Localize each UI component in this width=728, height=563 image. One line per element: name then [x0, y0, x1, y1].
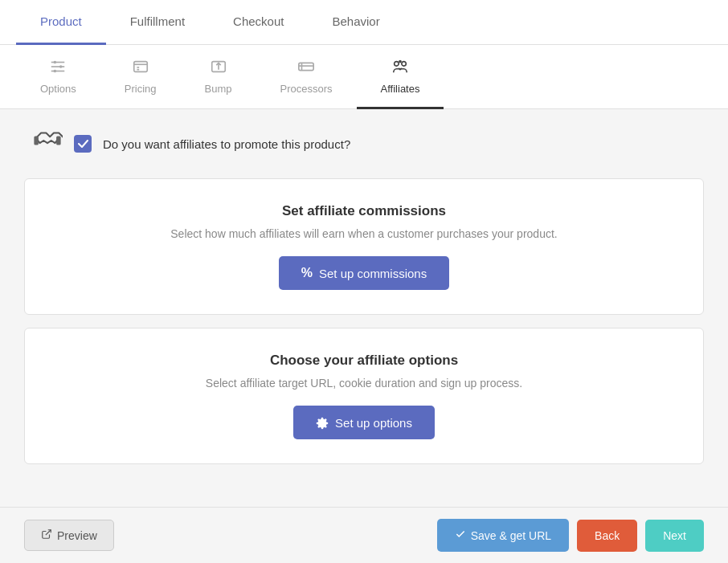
options-icon [49, 58, 67, 78]
sub-nav-pricing[interactable]: Pricing [100, 45, 181, 109]
svg-rect-19 [56, 136, 61, 145]
top-nav-behavior[interactable]: Behavior [308, 0, 403, 45]
back-button[interactable]: Back [577, 520, 637, 552]
svg-point-3 [54, 60, 57, 63]
top-nav-fulfillment[interactable]: Fulfillment [106, 0, 209, 45]
affiliate-options-card-title: Choose your affiliate options [41, 353, 687, 369]
next-label: Next [663, 529, 686, 542]
commissions-card-title: Set affiliate commissions [41, 203, 687, 219]
top-nav-product[interactable]: Product [16, 0, 106, 45]
next-button[interactable]: Next [645, 520, 704, 552]
top-nav-fulfillment-label: Fulfillment [130, 14, 185, 28]
back-label: Back [595, 529, 620, 542]
affiliate-options-card: Choose your affiliate options Select aff… [24, 328, 704, 464]
bump-icon [210, 58, 227, 78]
svg-point-5 [54, 69, 57, 72]
commissions-card-desc: Select how much affiliates will earn whe… [41, 227, 687, 240]
svg-point-15 [402, 61, 407, 66]
svg-rect-6 [133, 61, 147, 71]
top-nav: Product Fulfillment Checkout Behavior [0, 0, 728, 45]
set-up-options-button[interactable]: Set up options [293, 406, 435, 439]
check-icon [455, 528, 466, 542]
affiliates-enable-label: Do you want affiliates to promote this p… [103, 137, 350, 151]
set-up-commissions-button[interactable]: % Set up commissions [279, 256, 449, 290]
top-nav-checkout-label: Checkout [233, 14, 284, 28]
gear-icon [316, 415, 329, 430]
sub-nav-options-label: Options [40, 83, 76, 95]
sub-nav: Options Pricing Bump [0, 45, 728, 109]
sub-nav-processors-label: Processors [280, 83, 333, 95]
commissions-card: Set affiliate commissions Select how muc… [24, 178, 704, 315]
sub-nav-options[interactable]: Options [16, 45, 100, 109]
preview-button[interactable]: Preview [24, 520, 114, 551]
sub-nav-pricing-label: Pricing [125, 83, 157, 95]
processors-icon [297, 58, 315, 78]
pricing-icon [132, 58, 149, 78]
svg-point-17 [399, 59, 402, 63]
options-button-label: Set up options [335, 416, 412, 430]
sub-nav-bump[interactable]: Bump [181, 45, 256, 109]
external-link-icon [41, 528, 52, 542]
svg-rect-18 [34, 136, 39, 145]
percent-icon: % [301, 266, 313, 280]
affiliates-icon [391, 58, 409, 78]
sub-nav-processors[interactable]: Processors [256, 45, 357, 109]
sub-nav-affiliates[interactable]: Affiliates [357, 45, 444, 109]
commissions-button-label: Set up commissions [319, 267, 427, 280]
bottom-bar: Preview Save & get URL Back Next [0, 507, 728, 563]
affiliates-checkbox[interactable] [74, 135, 92, 153]
preview-label: Preview [57, 529, 97, 542]
top-nav-product-label: Product [40, 14, 82, 28]
svg-point-16 [395, 61, 399, 66]
main-content: Do you want affiliates to promote this p… [0, 109, 728, 507]
save-get-url-button[interactable]: Save & get URL [437, 519, 569, 552]
top-nav-behavior-label: Behavior [332, 14, 379, 28]
affiliate-enable-row: Do you want affiliates to promote this p… [24, 125, 704, 162]
svg-point-4 [59, 65, 63, 68]
svg-rect-12 [299, 63, 313, 70]
affiliate-options-card-desc: Select affiliate target URL, cookie dura… [41, 377, 687, 390]
sub-nav-bump-label: Bump [205, 83, 232, 95]
bottom-right-buttons: Save & get URL Back Next [437, 519, 704, 552]
svg-line-20 [46, 530, 51, 535]
sub-nav-affiliates-label: Affiliates [381, 83, 420, 95]
top-nav-checkout[interactable]: Checkout [209, 0, 308, 45]
save-label: Save & get URL [471, 529, 551, 542]
handshake-icon [32, 125, 63, 162]
